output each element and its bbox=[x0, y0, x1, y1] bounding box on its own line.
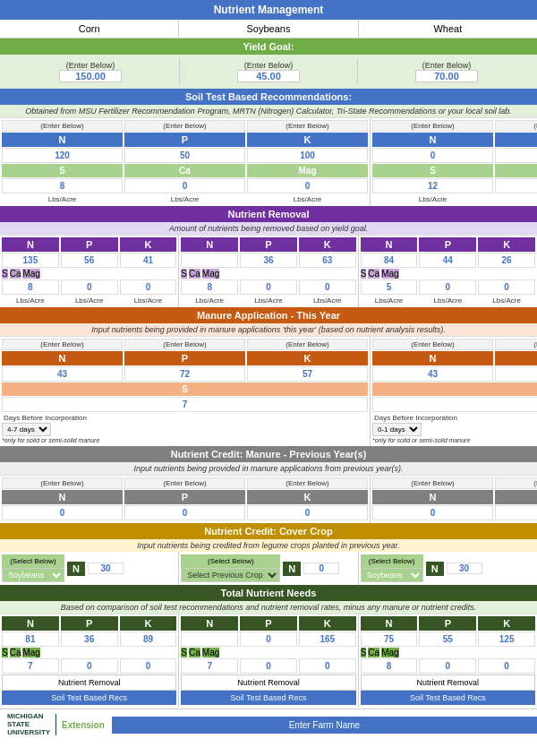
btn-nutrient-removal-2[interactable]: Nutrient Removal bbox=[181, 674, 355, 691]
yield-label-col2: (Enter Below) bbox=[183, 61, 354, 70]
l3-nr2: Lbs/Acre bbox=[299, 296, 356, 305]
p-v-mpy2[interactable] bbox=[495, 505, 537, 520]
l2-nr3: Lbs/Acre bbox=[419, 296, 476, 305]
manure-prev-year-section: (Enter Below) (Enter Below) (Enter Below… bbox=[0, 475, 537, 523]
yield-goal-col3: (Enter Below) bbox=[358, 58, 535, 85]
footer-farm-name-button[interactable]: Enter Farm Name bbox=[112, 717, 537, 734]
nutrient-removal-header: Nutrient Removal bbox=[0, 206, 537, 222]
p-v-tn3: 55 bbox=[419, 631, 476, 647]
ca-h-nr3: Ca bbox=[368, 269, 379, 279]
footer-extension: Extension bbox=[62, 720, 105, 730]
n-v-mty1[interactable] bbox=[2, 366, 123, 382]
s-header-st1: S bbox=[2, 164, 123, 177]
s-v-mty2[interactable] bbox=[372, 397, 537, 412]
cc-n-val-3[interactable] bbox=[447, 563, 482, 574]
btn-soil-test-3[interactable]: Soil Test Based Recs bbox=[361, 691, 535, 705]
n-h-nr1: N bbox=[2, 237, 59, 252]
yield-value-col2[interactable] bbox=[237, 70, 300, 82]
cc-select-label-1: (Select Below) bbox=[2, 554, 64, 568]
manure-this-year-subtitle: Input nutrients being provided in manure… bbox=[0, 323, 537, 336]
yield-label-col3: (Enter Below) bbox=[361, 61, 533, 70]
n-v-tn1: 81 bbox=[2, 631, 59, 647]
cc-crop-select-2[interactable]: Select Previous Crop bbox=[181, 568, 280, 582]
s-h-nr2: S bbox=[181, 269, 187, 279]
n-h-mty1: N bbox=[2, 351, 123, 365]
p-v-mty1[interactable] bbox=[124, 366, 245, 382]
mag-v-tn1: 0 bbox=[120, 658, 177, 674]
s-h-nr3: S bbox=[361, 269, 367, 279]
cover-crop-header: Nutrient Credit: Cover Crop bbox=[0, 523, 537, 539]
s-val-st1[interactable] bbox=[2, 178, 123, 193]
footer-msu-line2: UNIVERSITY bbox=[7, 729, 50, 737]
s-h-mty2: S bbox=[372, 382, 537, 396]
n-v-mty2[interactable] bbox=[372, 366, 493, 382]
mpy-col1: (Enter Below) (Enter Below) (Enter Below… bbox=[0, 476, 371, 523]
n-val-st2[interactable] bbox=[372, 148, 493, 163]
soil-test-col2: (Enter Below) (Enter Below) (Enter Below… bbox=[371, 118, 537, 206]
mag-v-nr3: 0 bbox=[478, 279, 535, 295]
mty-col2: (Enter Below) (Enter Below) (Enter Below… bbox=[371, 337, 537, 446]
mty-eb2-1: (Enter Below) bbox=[372, 339, 493, 350]
n-v-mpy1[interactable] bbox=[2, 505, 123, 520]
l2-nr1: Lbs/Acre bbox=[61, 296, 118, 305]
btn-nutrient-removal-3[interactable]: Nutrient Removal bbox=[361, 674, 535, 691]
l1-nr2: Lbs/Acre bbox=[181, 296, 238, 305]
mty-eb1-2: (Enter Below) bbox=[124, 339, 245, 350]
manure-this-year-header: Manure Application - This Year bbox=[0, 307, 537, 323]
n-header-st1: N bbox=[2, 133, 123, 147]
p-val-st1[interactable] bbox=[124, 148, 245, 163]
mag-val-st1[interactable] bbox=[247, 178, 368, 193]
cc-col3: (Select Below) Soybeans N bbox=[359, 552, 537, 585]
l3-nr3: Lbs/Acre bbox=[478, 296, 535, 305]
yield-value-col1[interactable] bbox=[59, 70, 122, 82]
ca-val-st1[interactable] bbox=[124, 178, 245, 193]
ca-v-nr1: 0 bbox=[61, 279, 118, 295]
p-val-st2[interactable] bbox=[495, 148, 537, 163]
p-h-mpy1: P bbox=[124, 490, 245, 504]
k-v-mty1[interactable] bbox=[247, 366, 368, 382]
cc-n-val-2[interactable] bbox=[303, 563, 339, 574]
k-h-tn2: K bbox=[299, 616, 356, 631]
mty-eb1-1: (Enter Below) bbox=[2, 339, 123, 350]
mag-h-nr2: Mag bbox=[202, 269, 219, 279]
cc-n-header-2: N bbox=[283, 562, 301, 576]
days-select-mty1[interactable]: 4-7 days 0-1 days ---- bbox=[2, 423, 51, 436]
k-val-st1[interactable] bbox=[247, 148, 368, 163]
ca-h-tn3: Ca bbox=[368, 648, 379, 657]
btn-nutrient-removal-1[interactable]: Nutrient Removal bbox=[2, 674, 176, 691]
p-v-tn1: 36 bbox=[61, 631, 118, 647]
k-header-st1: K bbox=[247, 133, 368, 147]
crop-col1-header: Corn bbox=[0, 20, 179, 38]
btn-soil-test-1[interactable]: Soil Test Based Recs bbox=[2, 691, 176, 705]
n-h-mty2: N bbox=[372, 351, 493, 365]
ca-h-nr1: Ca bbox=[10, 269, 21, 279]
n-val-st1[interactable] bbox=[2, 148, 123, 163]
cc-col2: (Select Below) Select Previous Crop N bbox=[179, 552, 358, 585]
p-v-tn2: 0 bbox=[240, 631, 297, 647]
s-v-mty1[interactable] bbox=[2, 397, 368, 412]
p-h-nr1: P bbox=[61, 237, 118, 252]
nutrient-removal-subtitle: Amount of nutrients being removed based … bbox=[0, 222, 537, 235]
btn-soil-test-2[interactable]: Soil Test Based Recs bbox=[181, 691, 355, 705]
cc-crop-select-3[interactable]: Soybeans bbox=[361, 568, 423, 582]
s-h-tn1: S bbox=[2, 648, 8, 657]
p-v-mpy1[interactable] bbox=[124, 505, 245, 520]
s-val-st2[interactable] bbox=[372, 178, 493, 193]
k-v-mpy1[interactable] bbox=[247, 505, 368, 520]
yield-label-col1: (Enter Below) bbox=[4, 61, 176, 70]
yield-goal-col1: (Enter Below) bbox=[2, 58, 180, 85]
mag-h-nr3: Mag bbox=[381, 269, 398, 279]
days-select-mty2[interactable]: 0-1 days 4-7 days ---- bbox=[372, 423, 422, 436]
nr-col3: N P K 84 44 26 S Ca Mag 5 0 0 Lbs/Acre L bbox=[359, 236, 537, 307]
eb2-1: (Enter Below) bbox=[372, 120, 493, 132]
k-h-nr1: K bbox=[120, 237, 177, 252]
n-v-nr2 bbox=[181, 253, 238, 268]
yield-value-col3[interactable] bbox=[415, 70, 478, 82]
ca-val-st2[interactable] bbox=[495, 178, 537, 193]
cc-crop-select-1[interactable]: Soybeans bbox=[2, 568, 64, 582]
n-v-mpy2[interactable] bbox=[372, 505, 493, 520]
footer-logo: MICHIGAN STATE UNIVERSITY Extension bbox=[0, 709, 112, 740]
k-v-tn3: 125 bbox=[478, 631, 535, 647]
cc-n-val-1[interactable] bbox=[88, 563, 124, 574]
p-v-mty2[interactable] bbox=[495, 366, 537, 382]
